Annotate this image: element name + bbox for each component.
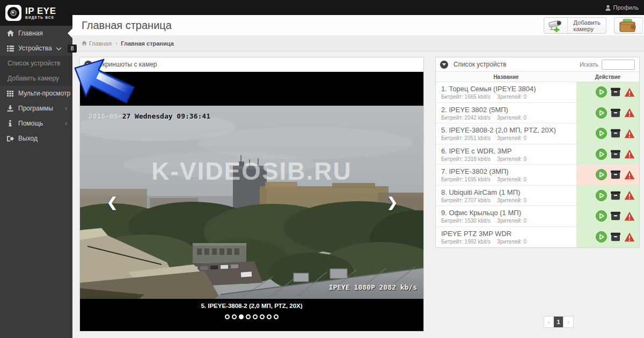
- carousel-next-arrow[interactable]: ❯: [387, 196, 398, 209]
- sidebar-item-help[interactable]: Помощь ›: [0, 116, 72, 131]
- device-actions-cell: [576, 123, 639, 144]
- archive-button[interactable]: [610, 170, 621, 179]
- device-name-cell[interactable]: 8. Ubiquiti AirCam (1 МП)Битрейт: 2707 k…: [436, 186, 576, 206]
- sign-out-icon: [6, 136, 14, 142]
- play-button[interactable]: [596, 210, 607, 222]
- archive-button[interactable]: [610, 232, 621, 241]
- profile-menu[interactable]: Профиль: [602, 0, 642, 15]
- camera-carousel: 2015-05-27 Wednesday 09:36:41 K-VIDEOSIB…: [80, 72, 423, 331]
- device-title: 2. IPEYE 3802 (5МП): [441, 106, 576, 114]
- device-actions-cell: [576, 227, 639, 248]
- play-button[interactable]: [596, 128, 607, 139]
- sidebar-item-label: Программы: [18, 105, 61, 112]
- warning-icon[interactable]: [624, 87, 635, 97]
- warning-icon[interactable]: [624, 170, 635, 180]
- add-camera-button[interactable]: Добавить камеру: [544, 17, 606, 34]
- app-logo[interactable]: IP EYE ВИДЕТЬ ВСЕ: [0, 0, 72, 26]
- device-row: 8. Ubiquiti AirCam (1 МП)Битрейт: 2707 k…: [436, 186, 639, 207]
- sidebar-item-programs[interactable]: Программы ›: [0, 101, 72, 116]
- logo-title: IP EYE: [25, 7, 56, 16]
- device-name-cell[interactable]: 2. IPEYE 3802 (5МП)Битрейт: 2042 kbit/sЗ…: [436, 103, 576, 123]
- carousel-prev-arrow[interactable]: ❮: [107, 196, 118, 209]
- sidebar-item-exit[interactable]: Выход: [0, 131, 72, 146]
- device-name-cell[interactable]: IPEYE PTZ 3MP WDRБитрейт: 1992 kbit/sЗри…: [436, 227, 576, 248]
- sidebar-item-device-list[interactable]: Список устройств: [0, 56, 72, 71]
- play-button[interactable]: [596, 149, 607, 160]
- device-actions-cell: [576, 186, 639, 206]
- download-icon: [6, 105, 14, 112]
- device-stats: Битрейт: 2042 kbit/sЗрителей: 0: [441, 115, 576, 121]
- osd-timestamp: 2015-05-27 Wednesday 09:36:41: [89, 112, 210, 120]
- device-stats: Битрейт: 1695 kbit/sЗрителей: 0: [441, 177, 576, 182]
- warning-icon[interactable]: [624, 129, 635, 138]
- carousel-dot[interactable]: [232, 314, 237, 319]
- archive-button[interactable]: [610, 211, 621, 221]
- screenshots-panel: Скриншоты с камер: [79, 57, 424, 332]
- play-button[interactable]: [596, 107, 607, 119]
- chevron-down-icon: [56, 46, 61, 52]
- sidebar-item-label: Выход: [18, 135, 67, 142]
- archive-button[interactable]: [610, 150, 621, 159]
- sidebar-item-add-camera[interactable]: Добавить камеру: [0, 71, 72, 86]
- carousel-caption: 5. IPEYE-3808-2 (2,0 МП, PTZ, 20X): [80, 303, 423, 309]
- device-name-cell[interactable]: 7. IPEYE-3802 (3МП)Битрейт: 1695 kbit/sЗ…: [436, 165, 576, 185]
- search-input[interactable]: [602, 60, 635, 70]
- device-row: 6. IPEYE с WDR, 3MPБитрейт: 2318 kbit/sЗ…: [436, 144, 639, 165]
- sidebar-item-devices[interactable]: Устройства 8: [0, 41, 72, 56]
- device-row: 1. Торец Семья (IPEYE 3804)Битрейт: 1665…: [436, 82, 639, 103]
- device-stats: Битрейт: 2318 kbit/sЗрителей: 0: [441, 156, 576, 162]
- device-name-cell[interactable]: 9. Офис Крыльцо (1 МП)Битрейт: 1530 kbit…: [436, 206, 576, 226]
- sidebar-item-label: Мульти-просмотр: [18, 90, 70, 97]
- device-row: 2. IPEYE 3802 (5МП)Битрейт: 2042 kbit/sЗ…: [436, 103, 639, 124]
- carousel-dot[interactable]: [274, 314, 279, 319]
- breadcrumb-home[interactable]: Главная: [82, 40, 112, 47]
- device-name-cell[interactable]: 5. IPEYE-3808-2 (2,0 МП, PTZ, 20X)Битрей…: [436, 123, 576, 144]
- pagination-prev[interactable]: ‹: [544, 317, 554, 327]
- device-stats: Битрейт: 1665 kbit/sЗрителей: 0: [441, 94, 576, 100]
- pagination: ‹ 1 ›: [544, 316, 574, 328]
- device-name-cell[interactable]: 1. Торец Семья (IPEYE 3804)Битрейт: 1665…: [436, 82, 576, 102]
- pagination-page-1[interactable]: 1: [554, 317, 564, 327]
- device-row: 7. IPEYE-3802 (3МП)Битрейт: 1695 kbit/sЗ…: [436, 165, 639, 186]
- carousel-dot[interactable]: [260, 314, 265, 319]
- sidebar-item-multiview[interactable]: Мульти-просмотр: [0, 86, 72, 101]
- archive-button[interactable]: [610, 191, 621, 200]
- carousel-dot[interactable]: [253, 314, 258, 319]
- play-button[interactable]: [596, 169, 607, 180]
- carousel-dot-active[interactable]: [239, 314, 244, 319]
- wallet-button[interactable]: [614, 17, 643, 34]
- play-button[interactable]: [596, 86, 607, 98]
- chevron-right-icon: ›: [65, 105, 67, 112]
- breadcrumb: Главная › Главная страница: [72, 35, 644, 52]
- column-header-action: Действие: [576, 74, 639, 80]
- warning-icon[interactable]: [624, 190, 635, 200]
- archive-button[interactable]: [610, 108, 621, 117]
- breadcrumb-current: Главная страница: [121, 40, 174, 47]
- archive-button[interactable]: [610, 129, 621, 138]
- wallet-icon: [619, 19, 637, 33]
- sidebar-item-home[interactable]: Главная: [0, 26, 72, 41]
- device-name-cell[interactable]: 6. IPEYE с WDR, 3MPБитрейт: 2318 kbit/sЗ…: [436, 144, 576, 165]
- carousel-dot[interactable]: [246, 314, 251, 319]
- warning-icon[interactable]: [624, 232, 635, 242]
- collapse-toggle-icon[interactable]: [84, 61, 92, 69]
- warning-icon[interactable]: [624, 108, 635, 117]
- play-button[interactable]: [596, 231, 607, 243]
- warning-icon[interactable]: [624, 149, 635, 159]
- archive-button[interactable]: [610, 87, 621, 97]
- carousel-dot[interactable]: [267, 314, 272, 319]
- home-icon: [82, 41, 87, 46]
- carousel-dot[interactable]: [225, 314, 230, 319]
- device-actions-cell: [576, 103, 639, 123]
- sidebar-item-label: Список устройств: [8, 60, 67, 67]
- home-icon: [6, 30, 14, 36]
- device-title: 9. Офис Крыльцо (1 МП): [441, 209, 576, 217]
- sidebar-item-label: Главная: [18, 30, 67, 37]
- pagination-next[interactable]: ›: [564, 317, 573, 327]
- device-actions-cell: [576, 165, 639, 185]
- collapse-toggle-icon[interactable]: [440, 61, 448, 69]
- carousel-dots: [80, 314, 423, 319]
- play-button[interactable]: [596, 190, 607, 201]
- warning-icon[interactable]: [624, 211, 635, 221]
- camera-screenshot[interactable]: 2015-05-27 Wednesday 09:36:41 K-VIDEOSIB…: [80, 106, 423, 299]
